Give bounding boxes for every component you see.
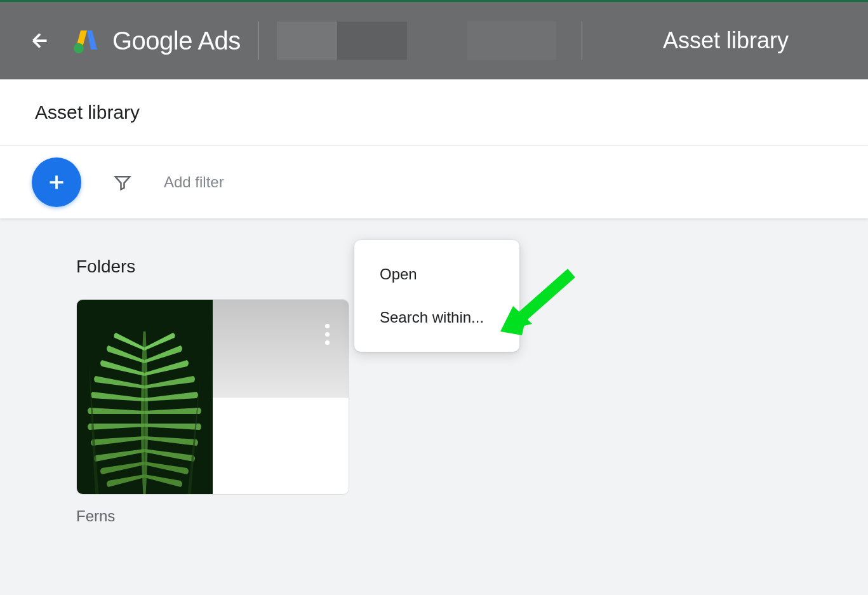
product-name: Google Ads	[112, 27, 241, 55]
menu-item-open[interactable]: Open	[354, 253, 519, 296]
product-name-regular: Ads	[192, 27, 241, 55]
folder-secondary-images	[213, 300, 349, 494]
google-ads-logo-icon	[70, 25, 101, 56]
account-selector-redacted[interactable]	[277, 22, 556, 60]
plus-icon	[45, 171, 68, 194]
add-asset-button[interactable]	[32, 157, 81, 207]
folder-primary-image	[77, 300, 213, 494]
folder-secondary-image-top	[213, 300, 349, 397]
header-divider	[258, 22, 259, 60]
folder-kebab-menu[interactable]	[320, 319, 335, 350]
back-arrow-icon	[29, 29, 51, 52]
app-header: Google Ads Asset library	[0, 0, 868, 79]
page-title-section: Asset library	[0, 79, 868, 146]
folder-thumbnail	[77, 300, 349, 494]
kebab-dot-icon	[325, 324, 330, 328]
folder-context-menu: Open Search within...	[354, 240, 519, 352]
filter-placeholder[interactable]: Add filter	[164, 173, 224, 191]
brand-logo-area: Google Ads	[70, 25, 241, 56]
menu-item-search-within[interactable]: Search within...	[354, 296, 519, 339]
filter-icon	[113, 173, 132, 192]
back-arrow-button[interactable]	[29, 29, 51, 52]
header-section-title: Asset library	[663, 27, 789, 54]
folder-secondary-image-bottom	[213, 397, 349, 494]
folder-card[interactable]	[76, 299, 349, 495]
product-name-bold: Google	[112, 27, 192, 55]
header-divider-2	[582, 22, 582, 60]
svg-point-0	[74, 43, 84, 53]
page-title: Asset library	[35, 102, 833, 123]
filter-button[interactable]	[113, 173, 132, 192]
toolbar: Add filter	[0, 146, 868, 218]
kebab-dot-icon	[325, 340, 330, 345]
kebab-dot-icon	[325, 332, 330, 337]
folder-label: Ferns	[76, 507, 792, 525]
fern-image-icon	[77, 300, 213, 494]
